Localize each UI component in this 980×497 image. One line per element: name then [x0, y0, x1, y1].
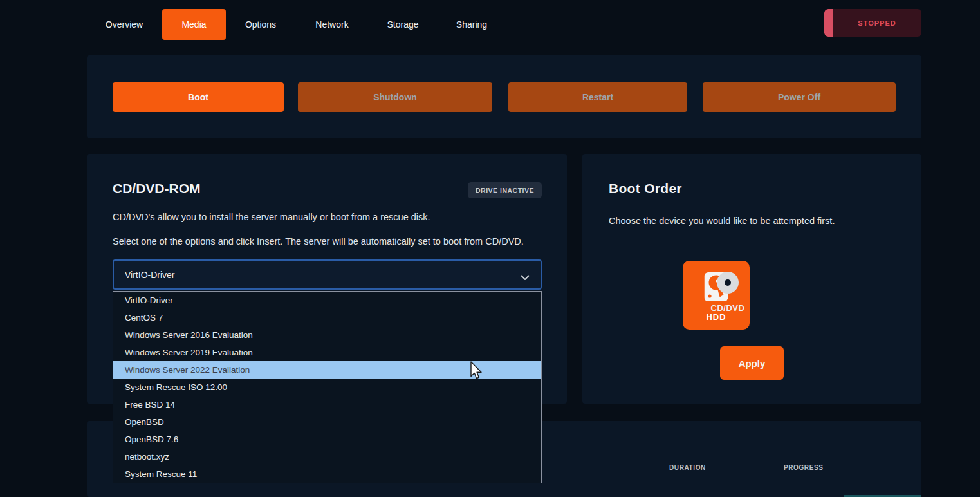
shutdown-button[interactable]: Shutdown [298, 82, 492, 112]
cddvd-title: CD/DVD-ROM [113, 181, 201, 196]
tab-media[interactable]: Media [162, 9, 226, 40]
boot-order-panel: Boot Order Choose the device you would l… [582, 154, 921, 404]
hdd-label: HDD [683, 312, 750, 322]
iso-option[interactable]: Windows Server 2019 Evaluation [113, 344, 541, 361]
server-media-page: Overview Media Options Network Storage S… [0, 0, 980, 497]
boot-device-cddvd[interactable]: CD/DVD [697, 271, 759, 313]
iso-option[interactable]: OpenBSD [113, 413, 541, 431]
iso-option[interactable]: System Rescue 11 [113, 465, 541, 483]
column-header-duration: DURATION [669, 464, 706, 471]
iso-select-value: VirtIO-Driver [125, 270, 175, 280]
iso-option-highlighted[interactable]: Windows Server 2022 Evaliation [113, 361, 541, 379]
power-off-button[interactable]: Power Off [703, 82, 896, 112]
cddvd-label: CD/DVD [697, 303, 759, 313]
iso-dropdown-list: VirtIO-Driver CentOS 7 Windows Server 20… [113, 291, 542, 483]
drive-inactive-badge: DRIVE INACTIVE [468, 182, 542, 198]
cd-disc-icon [716, 285, 739, 296]
apply-button[interactable]: Apply [720, 346, 784, 380]
boot-button[interactable]: Boot [113, 82, 284, 112]
boot-order-title: Boot Order [609, 181, 682, 196]
iso-option[interactable]: Free BSD 14 [113, 396, 541, 413]
iso-option[interactable]: netboot.xyz [113, 448, 541, 465]
drive-inactive-label: DRIVE INACTIVE [476, 187, 534, 194]
column-header-progress: PROGRESS [784, 464, 823, 471]
chevron-down-icon [521, 272, 530, 283]
tab-storage[interactable]: Storage [382, 9, 424, 40]
status-label: STOPPED [833, 9, 921, 37]
restart-button[interactable]: Restart [508, 82, 687, 112]
tab-options[interactable]: Options [239, 9, 282, 40]
iso-option[interactable]: VirtIO-Driver [113, 292, 541, 309]
cddvd-description-1: CD/DVD's allow you to install the server… [113, 212, 430, 222]
iso-option[interactable]: OpenBSD 7.6 [113, 431, 541, 448]
boot-order-subtitle: Choose the device you would like to be a… [609, 216, 835, 226]
cddvd-description-2: Select one of the options and click Inse… [113, 236, 524, 247]
tab-network[interactable]: Network [311, 9, 353, 40]
iso-option[interactable]: CentOS 7 [113, 309, 541, 326]
tab-sharing[interactable]: Sharing [450, 9, 493, 40]
tab-overview[interactable]: Overview [103, 9, 145, 40]
status-strip [824, 9, 833, 37]
power-actions-panel: Boot Shutdown Restart Power Off [87, 55, 921, 138]
iso-select[interactable]: VirtIO-Driver [113, 259, 542, 290]
iso-option[interactable]: System Rescue ISO 12.00 [113, 379, 541, 396]
status-badge: STOPPED [824, 9, 921, 37]
iso-option[interactable]: Windows Server 2016 Evaluation [113, 326, 541, 344]
